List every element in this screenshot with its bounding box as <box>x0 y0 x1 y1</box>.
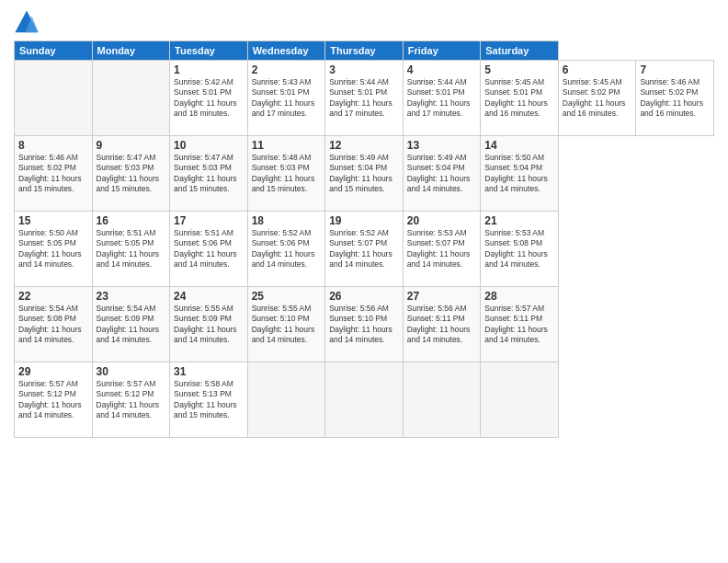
day-number: 25 <box>252 290 322 303</box>
header <box>14 9 714 35</box>
week-row-3: 15Sunrise: 5:50 AMSunset: 5:05 PMDayligh… <box>15 212 714 287</box>
day-number: 5 <box>484 63 554 76</box>
day-info: Sunrise: 5:54 AMSunset: 5:08 PMDaylight:… <box>18 304 88 346</box>
day-info: Sunrise: 5:58 AMSunset: 5:13 PMDaylight:… <box>174 379 244 421</box>
day-number: 4 <box>407 63 477 76</box>
calendar-cell: 13Sunrise: 5:49 AMSunset: 5:04 PMDayligh… <box>403 136 481 212</box>
day-number: 29 <box>18 365 88 378</box>
day-info: Sunrise: 5:55 AMSunset: 5:09 PMDaylight:… <box>174 304 244 346</box>
calendar-cell: 23Sunrise: 5:54 AMSunset: 5:09 PMDayligh… <box>92 287 170 362</box>
day-info: Sunrise: 5:53 AMSunset: 5:08 PMDaylight:… <box>484 228 554 270</box>
calendar: SundayMondayTuesdayWednesdayThursdayFrid… <box>14 40 714 438</box>
calendar-cell <box>403 362 481 438</box>
day-info: Sunrise: 5:46 AMSunset: 5:02 PMDaylight:… <box>18 153 88 195</box>
day-number: 21 <box>484 214 554 227</box>
day-number: 9 <box>97 139 166 152</box>
day-info: Sunrise: 5:56 AMSunset: 5:11 PMDaylight:… <box>407 304 477 346</box>
calendar-cell: 19Sunrise: 5:52 AMSunset: 5:07 PMDayligh… <box>325 212 404 287</box>
calendar-cell: 29Sunrise: 5:57 AMSunset: 5:12 PMDayligh… <box>15 362 93 438</box>
weekday-header-monday: Monday <box>92 41 170 61</box>
weekday-header-wednesday: Wednesday <box>247 41 325 61</box>
day-number: 15 <box>18 214 88 227</box>
calendar-cell <box>481 362 559 438</box>
calendar-cell: 14Sunrise: 5:50 AMSunset: 5:04 PMDayligh… <box>481 136 559 212</box>
day-number: 23 <box>97 290 166 303</box>
day-number: 16 <box>97 214 166 227</box>
calendar-cell: 4Sunrise: 5:44 AMSunset: 5:01 PMDaylight… <box>403 61 481 136</box>
day-info: Sunrise: 5:51 AMSunset: 5:05 PMDaylight:… <box>97 228 166 270</box>
calendar-cell: 30Sunrise: 5:57 AMSunset: 5:12 PMDayligh… <box>92 362 170 438</box>
day-info: Sunrise: 5:55 AMSunset: 5:10 PMDaylight:… <box>252 304 322 346</box>
calendar-cell: 6Sunrise: 5:45 AMSunset: 5:02 PMDaylight… <box>558 61 636 136</box>
day-info: Sunrise: 5:45 AMSunset: 5:02 PMDaylight:… <box>563 77 632 120</box>
weekday-header-thursday: Thursday <box>325 41 404 61</box>
day-number: 17 <box>174 214 244 227</box>
day-number: 24 <box>174 290 244 303</box>
day-number: 3 <box>329 63 399 76</box>
calendar-cell: 1Sunrise: 5:42 AMSunset: 5:01 PMDaylight… <box>170 61 248 136</box>
week-row-4: 22Sunrise: 5:54 AMSunset: 5:08 PMDayligh… <box>15 287 714 362</box>
day-number: 22 <box>18 290 88 303</box>
calendar-cell: 3Sunrise: 5:44 AMSunset: 5:01 PMDaylight… <box>325 61 404 136</box>
logo-icon <box>14 9 40 35</box>
day-info: Sunrise: 5:52 AMSunset: 5:07 PMDaylight:… <box>329 228 399 270</box>
weekday-header-sunday: Sunday <box>15 41 93 61</box>
calendar-cell: 31Sunrise: 5:58 AMSunset: 5:13 PMDayligh… <box>170 362 248 438</box>
day-number: 19 <box>329 214 399 227</box>
day-info: Sunrise: 5:44 AMSunset: 5:01 PMDaylight:… <box>407 77 477 120</box>
calendar-cell: 9Sunrise: 5:47 AMSunset: 5:03 PMDaylight… <box>92 136 170 212</box>
day-info: Sunrise: 5:51 AMSunset: 5:06 PMDaylight:… <box>174 228 244 270</box>
calendar-cell: 21Sunrise: 5:53 AMSunset: 5:08 PMDayligh… <box>481 212 559 287</box>
day-info: Sunrise: 5:47 AMSunset: 5:03 PMDaylight:… <box>174 153 244 195</box>
weekday-header-tuesday: Tuesday <box>170 41 248 61</box>
day-info: Sunrise: 5:42 AMSunset: 5:01 PMDaylight:… <box>174 77 244 120</box>
day-number: 26 <box>329 290 399 303</box>
calendar-cell: 10Sunrise: 5:47 AMSunset: 5:03 PMDayligh… <box>170 136 248 212</box>
weekday-header-friday: Friday <box>403 41 481 61</box>
calendar-cell <box>247 362 325 438</box>
calendar-cell: 16Sunrise: 5:51 AMSunset: 5:05 PMDayligh… <box>92 212 170 287</box>
day-number: 30 <box>97 365 166 378</box>
day-info: Sunrise: 5:43 AMSunset: 5:01 PMDaylight:… <box>252 77 322 120</box>
calendar-cell <box>325 362 404 438</box>
calendar-cell: 18Sunrise: 5:52 AMSunset: 5:06 PMDayligh… <box>247 212 325 287</box>
day-number: 1 <box>174 63 244 76</box>
day-number: 13 <box>407 139 477 152</box>
calendar-cell: 27Sunrise: 5:56 AMSunset: 5:11 PMDayligh… <box>403 287 481 362</box>
day-info: Sunrise: 5:50 AMSunset: 5:05 PMDaylight:… <box>18 228 88 270</box>
calendar-cell <box>15 61 93 136</box>
day-info: Sunrise: 5:47 AMSunset: 5:03 PMDaylight:… <box>97 153 166 195</box>
day-info: Sunrise: 5:52 AMSunset: 5:06 PMDaylight:… <box>252 228 322 270</box>
day-info: Sunrise: 5:46 AMSunset: 5:02 PMDaylight:… <box>640 77 710 120</box>
logo <box>14 9 41 35</box>
day-number: 14 <box>484 139 554 152</box>
day-number: 12 <box>329 139 399 152</box>
page: SundayMondayTuesdayWednesdayThursdayFrid… <box>0 0 728 563</box>
calendar-cell: 28Sunrise: 5:57 AMSunset: 5:11 PMDayligh… <box>481 287 559 362</box>
day-number: 7 <box>640 63 710 76</box>
calendar-cell: 17Sunrise: 5:51 AMSunset: 5:06 PMDayligh… <box>170 212 248 287</box>
day-number: 8 <box>18 139 88 152</box>
day-number: 11 <box>252 139 322 152</box>
calendar-cell: 2Sunrise: 5:43 AMSunset: 5:01 PMDaylight… <box>247 61 325 136</box>
calendar-cell: 15Sunrise: 5:50 AMSunset: 5:05 PMDayligh… <box>15 212 93 287</box>
day-number: 6 <box>563 63 632 76</box>
day-info: Sunrise: 5:53 AMSunset: 5:07 PMDaylight:… <box>407 228 477 270</box>
calendar-cell: 26Sunrise: 5:56 AMSunset: 5:10 PMDayligh… <box>325 287 404 362</box>
calendar-cell: 5Sunrise: 5:45 AMSunset: 5:01 PMDaylight… <box>481 61 559 136</box>
day-info: Sunrise: 5:54 AMSunset: 5:09 PMDaylight:… <box>97 304 166 346</box>
day-info: Sunrise: 5:56 AMSunset: 5:10 PMDaylight:… <box>329 304 399 346</box>
day-info: Sunrise: 5:45 AMSunset: 5:01 PMDaylight:… <box>484 77 554 120</box>
day-number: 28 <box>484 290 554 303</box>
week-row-1: 1Sunrise: 5:42 AMSunset: 5:01 PMDaylight… <box>15 61 714 136</box>
calendar-cell: 12Sunrise: 5:49 AMSunset: 5:04 PMDayligh… <box>325 136 404 212</box>
day-number: 10 <box>174 139 244 152</box>
day-number: 27 <box>407 290 477 303</box>
day-info: Sunrise: 5:48 AMSunset: 5:03 PMDaylight:… <box>252 153 322 195</box>
day-info: Sunrise: 5:49 AMSunset: 5:04 PMDaylight:… <box>407 153 477 195</box>
weekday-header-saturday: Saturday <box>481 41 559 61</box>
calendar-cell: 25Sunrise: 5:55 AMSunset: 5:10 PMDayligh… <box>247 287 325 362</box>
week-row-2: 8Sunrise: 5:46 AMSunset: 5:02 PMDaylight… <box>15 136 714 212</box>
calendar-cell: 7Sunrise: 5:46 AMSunset: 5:02 PMDaylight… <box>636 61 714 136</box>
week-row-5: 29Sunrise: 5:57 AMSunset: 5:12 PMDayligh… <box>15 362 714 438</box>
